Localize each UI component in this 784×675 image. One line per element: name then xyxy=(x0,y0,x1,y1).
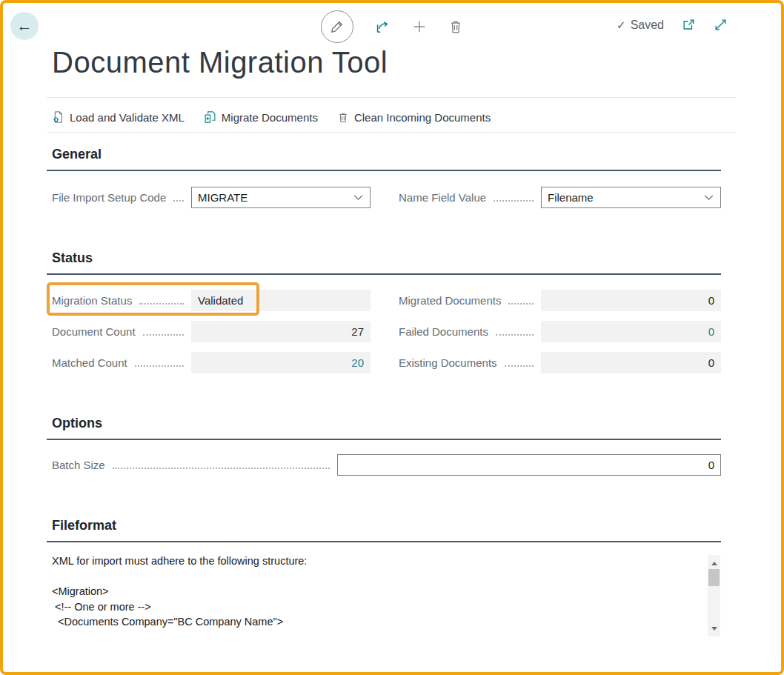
field-value: Validated xyxy=(198,294,243,307)
dotted-leader xyxy=(173,200,184,202)
load-validate-xml-icon xyxy=(52,110,64,124)
field-label: Name Field Value xyxy=(399,191,486,204)
field-value-link[interactable]: 0 xyxy=(708,325,714,338)
page-title: Document Migration Tool xyxy=(52,46,388,79)
dotted-leader xyxy=(496,334,534,336)
migrate-documents-button[interactable]: Migrate Documents xyxy=(204,110,318,124)
section-title-general: General xyxy=(52,147,102,162)
arrow-left-icon: ← xyxy=(17,17,33,35)
document-count-field: 27 xyxy=(191,321,371,342)
field-row-failed-documents: Failed Documents 0 xyxy=(399,321,721,342)
expand-button[interactable] xyxy=(714,18,728,32)
migrate-documents-icon xyxy=(204,110,216,124)
divider xyxy=(47,132,736,133)
field-label: Existing Documents xyxy=(399,356,497,369)
share-button[interactable] xyxy=(374,19,391,35)
plus-icon xyxy=(411,19,428,35)
triangle-down-icon xyxy=(711,627,717,631)
check-icon: ✓ xyxy=(617,19,626,32)
section-title-options: Options xyxy=(52,416,102,431)
field-label: Failed Documents xyxy=(399,325,488,338)
section-title-status: Status xyxy=(52,250,93,266)
dotted-leader xyxy=(135,365,184,367)
clean-incoming-documents-button[interactable]: Clean Incoming Documents xyxy=(337,111,491,124)
field-label: Migration Status xyxy=(52,294,132,307)
name-field-value-combobox[interactable]: Filename xyxy=(541,187,721,208)
field-row-batch-size: Batch Size xyxy=(52,454,721,476)
field-label: Batch Size xyxy=(52,459,105,471)
field-row-name-field-value: Name Field Value Filename xyxy=(399,187,721,208)
app-window: ← xyxy=(0,0,784,675)
fileformat-text: XML for import must adhere to the follow… xyxy=(52,553,704,630)
share-icon xyxy=(374,19,391,35)
chevron-down-icon[interactable] xyxy=(704,195,714,201)
action-label: Clean Incoming Documents xyxy=(354,111,491,124)
matched-count-field: 20 xyxy=(191,352,371,373)
dotted-leader xyxy=(508,303,534,305)
field-value: 0 xyxy=(708,356,714,369)
action-bar: Load and Validate XML Migrate Documents xyxy=(52,104,491,130)
saved-label: Saved xyxy=(631,19,664,32)
fileformat-line xyxy=(52,569,704,585)
general-fields: File Import Setup Code MIGRATE Name Fiel… xyxy=(52,187,721,208)
field-row-matched-count: Matched Count 20 xyxy=(52,352,371,373)
field-row-existing-documents: Existing Documents 0 xyxy=(399,352,721,373)
chevron-down-icon[interactable] xyxy=(353,195,363,201)
migration-status-field: Validated xyxy=(191,290,371,311)
triangle-up-icon xyxy=(711,562,717,565)
expand-diagonal-icon xyxy=(714,18,728,32)
field-value-link[interactable]: 20 xyxy=(351,356,364,369)
section-rule xyxy=(47,541,721,542)
combobox-value: MIGRATE xyxy=(192,191,353,204)
dotted-leader xyxy=(143,334,184,336)
trash-icon xyxy=(337,111,349,124)
dotted-leader xyxy=(494,200,534,202)
action-label: Migrate Documents xyxy=(222,111,318,124)
failed-documents-field: 0 xyxy=(541,321,721,342)
section-rule xyxy=(47,439,721,440)
section-title-fileformat: Fileformat xyxy=(52,518,116,533)
toolbar xyxy=(321,10,463,43)
action-label: Load and Validate XML xyxy=(70,111,185,124)
field-label: Migrated Documents xyxy=(399,294,501,307)
field-label: File Import Setup Code xyxy=(52,191,166,204)
field-value: 27 xyxy=(351,325,364,338)
pencil-icon xyxy=(330,19,345,34)
section-rule xyxy=(47,273,721,275)
batch-size-input[interactable] xyxy=(337,454,721,476)
saved-indicator: ✓ Saved xyxy=(617,19,664,32)
dotted-leader xyxy=(113,468,330,469)
file-import-setup-code-combobox[interactable]: MIGRATE xyxy=(191,187,371,208)
section-rule xyxy=(47,170,721,171)
field-row-document-count: Document Count 27 xyxy=(52,321,371,342)
window-controls: ✓ Saved xyxy=(617,18,728,32)
divider xyxy=(47,97,736,98)
open-in-new-window-icon xyxy=(682,18,696,32)
delete-button[interactable] xyxy=(448,19,463,34)
dotted-leader xyxy=(505,365,534,367)
fileformat-line: XML for import must adhere to the follow… xyxy=(52,553,704,569)
migrated-documents-field: 0 xyxy=(541,290,721,311)
dotted-leader xyxy=(139,303,184,305)
fileformat-scrollbar[interactable] xyxy=(708,555,720,636)
new-button[interactable] xyxy=(411,19,428,35)
field-label: Document Count xyxy=(52,325,136,338)
field-row-file-import-setup-code: File Import Setup Code MIGRATE xyxy=(52,187,371,208)
back-button[interactable]: ← xyxy=(10,12,39,40)
open-in-new-window-button[interactable] xyxy=(682,18,696,32)
existing-documents-field: 0 xyxy=(541,352,721,373)
field-label: Matched Count xyxy=(52,356,127,369)
scroll-down-button[interactable] xyxy=(708,625,720,632)
scroll-up-button[interactable] xyxy=(708,559,720,567)
trash-icon xyxy=(448,19,463,34)
edit-pencil-button[interactable] xyxy=(321,10,353,43)
combobox-value: Filename xyxy=(542,191,704,204)
status-fields: Migration Status Validated Document Coun… xyxy=(52,290,721,373)
field-value: 0 xyxy=(708,294,714,307)
field-row-migration-status: Migration Status Validated xyxy=(52,290,371,311)
fileformat-line: <Migration> xyxy=(52,584,704,599)
field-row-migrated-documents: Migrated Documents 0 xyxy=(399,290,721,311)
fileformat-line: <Documents Company="BC Company Name"> xyxy=(52,614,704,630)
scrollbar-thumb[interactable] xyxy=(708,569,720,586)
load-and-validate-xml-button[interactable]: Load and Validate XML xyxy=(52,110,185,124)
